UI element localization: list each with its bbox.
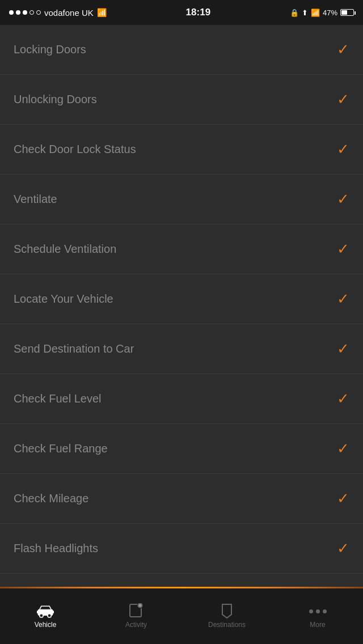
list-item: Check Mileage✓ (0, 474, 363, 524)
checkmark-icon: ✓ (337, 440, 349, 457)
feature-label: Schedule Ventilation (14, 243, 116, 256)
checkmark-icon: ✓ (337, 141, 349, 158)
feature-label: Ventilate (14, 193, 57, 206)
battery-fill (341, 10, 347, 15)
tab-bar: Vehicle Activity Destinations Mo (0, 588, 363, 644)
list-item: Unlocking Doors✓ (0, 75, 363, 125)
tab-vehicle[interactable]: Vehicle (0, 588, 91, 644)
feature-label: Send Destination to Car (14, 342, 134, 355)
svg-point-8 (139, 604, 142, 607)
status-right: 🔒 ⬆ 📶 47% (290, 9, 354, 17)
checkmark-icon: ✓ (337, 240, 349, 258)
feature-label: Locking Doors (14, 43, 86, 56)
location-icon: ⬆ (302, 9, 308, 17)
status-left: vodafone UK 📶 (9, 8, 107, 18)
feature-label: Flash Headlights (14, 542, 98, 555)
svg-point-2 (48, 614, 51, 617)
list-item: Check Fuel Level✓ (0, 374, 363, 424)
bluetooth-icon: 📶 (311, 9, 320, 17)
features-list: Locking Doors✓Unlocking Doors✓Check Door… (0, 25, 363, 587)
feature-label: Unlocking Doors (14, 93, 97, 106)
more-icon (309, 604, 326, 618)
feature-label: Check Fuel Level (14, 392, 102, 405)
signal-dot-5 (36, 10, 41, 15)
status-bar: vodafone UK 📶 18:19 🔒 ⬆ 📶 47% (0, 0, 363, 25)
checkmark-icon: ✓ (337, 540, 349, 557)
activity-icon (128, 604, 145, 618)
list-item: Check Door Lock Status✓ (0, 125, 363, 175)
list-item: Locate Your Vehicle✓ (0, 274, 363, 324)
svg-rect-3 (37, 611, 39, 613)
signal-dot-2 (16, 10, 20, 15)
checkmark-icon: ✓ (337, 41, 349, 58)
svg-point-1 (40, 614, 43, 617)
battery-icon (340, 9, 354, 16)
feature-label: Check Fuel Range (14, 442, 108, 455)
signal-dot-1 (9, 10, 14, 15)
feature-label: Check Mileage (14, 492, 88, 505)
feature-label: Locate Your Vehicle (14, 293, 113, 306)
destinations-icon (218, 604, 235, 618)
checkmark-icon: ✓ (337, 190, 349, 208)
battery-level: 47% (323, 9, 337, 17)
checkmark-icon: ✓ (337, 91, 349, 108)
more-dot-2 (316, 609, 320, 613)
list-item: Check Fuel Range✓ (0, 424, 363, 474)
tab-activity[interactable]: Activity (91, 588, 182, 644)
list-item: Schedule Ventilation✓ (0, 224, 363, 274)
wifi-icon: 📶 (97, 8, 107, 17)
svg-rect-5 (42, 607, 48, 609)
vehicle-icon (37, 604, 54, 618)
lock-icon: 🔒 (290, 9, 299, 17)
signal-dot-4 (29, 10, 34, 15)
activity-tab-label: Activity (125, 621, 147, 629)
list-item: Locking Doors✓ (0, 25, 363, 75)
more-tab-label: More (310, 621, 325, 629)
feature-label: Check Door Lock Status (14, 143, 136, 156)
vehicle-tab-label: Vehicle (35, 621, 57, 629)
signal-strength (9, 10, 41, 15)
more-dot-1 (309, 609, 313, 613)
list-item: Ventilate✓ (0, 175, 363, 224)
checkmark-icon: ✓ (337, 340, 349, 358)
status-time: 18:19 (186, 7, 210, 18)
checkmark-icon: ✓ (337, 290, 349, 308)
signal-dot-3 (23, 10, 27, 15)
carrier-label: vodafone UK (44, 8, 94, 18)
list-item: Send Destination to Car✓ (0, 324, 363, 374)
svg-rect-4 (52, 611, 54, 613)
tab-destinations[interactable]: Destinations (182, 588, 272, 644)
checkmark-icon: ✓ (337, 490, 349, 507)
tab-more[interactable]: More (272, 588, 363, 644)
list-item: Flash Headlights✓ (0, 524, 363, 574)
destinations-tab-label: Destinations (208, 621, 246, 629)
checkmark-icon: ✓ (337, 390, 349, 408)
more-dot-3 (323, 609, 327, 613)
